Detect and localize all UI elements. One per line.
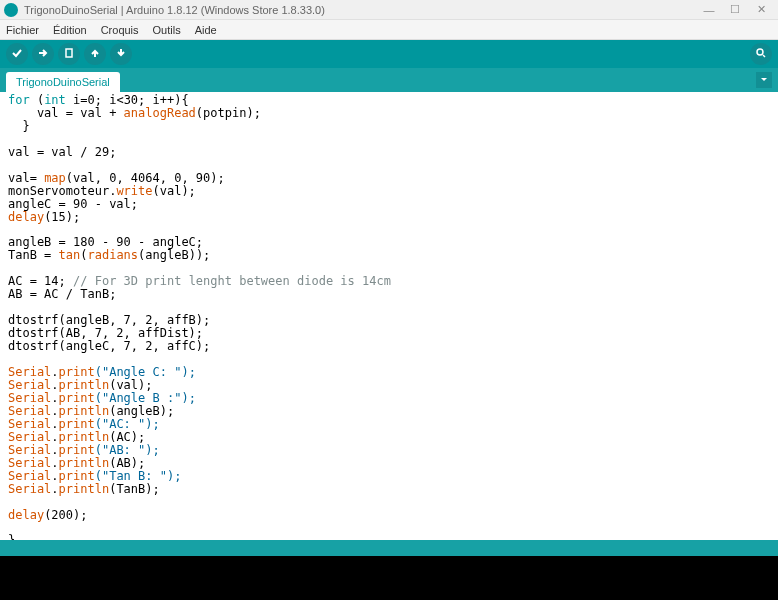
code-token: (200); (44, 508, 87, 522)
code-token: ( (30, 93, 44, 107)
serial-monitor-button[interactable] (750, 43, 772, 65)
code-token: ("AC: "); (95, 417, 160, 431)
code-token: Serial (8, 443, 51, 457)
code-token: } (8, 533, 15, 540)
arduino-logo-icon (4, 3, 18, 17)
code-token: analogRead (124, 106, 196, 120)
code-token: print (59, 443, 95, 457)
code-token: print (59, 391, 95, 405)
code-token: dtostrf(angleC, 7, 2, affC); (8, 339, 210, 353)
window-titlebar: TrigonoDuinoSerial | Arduino 1.8.12 (Win… (0, 0, 778, 20)
code-token: (angleB)); (138, 248, 210, 262)
code-token: println (59, 378, 110, 392)
code-token: write (116, 184, 152, 198)
upload-button[interactable] (32, 43, 54, 65)
arrow-right-icon (37, 47, 49, 62)
maximize-button[interactable]: ☐ (722, 1, 748, 19)
menu-help[interactable]: Aide (195, 24, 217, 36)
code-token: Serial (8, 456, 51, 470)
code-token: AB = AC / TanB; (8, 287, 116, 301)
code-token: radians (88, 248, 139, 262)
menu-file[interactable]: Fichier (6, 24, 39, 36)
code-token: (val); (109, 378, 152, 392)
tab-bar: TrigonoDuinoSerial (0, 68, 778, 92)
code-token: print (59, 365, 95, 379)
code-token: Serial (8, 365, 51, 379)
menu-tools[interactable]: Outils (153, 24, 181, 36)
code-token: for (8, 93, 30, 107)
code-token: Serial (8, 404, 51, 418)
code-token: dtostrf(AB, 7, 2, affDist); (8, 326, 203, 340)
menu-edit[interactable]: Édition (53, 24, 87, 36)
status-bar (0, 540, 778, 556)
code-token: ("Tan B: "); (95, 469, 182, 483)
check-icon (11, 47, 23, 62)
code-token: (val); (153, 184, 196, 198)
code-token: tan (59, 248, 81, 262)
code-token: Serial (8, 430, 51, 444)
code-token: val= (8, 171, 44, 185)
code-token: (TanB); (109, 482, 160, 496)
console-output[interactable] (0, 556, 778, 600)
code-token: ("AB: "); (95, 443, 160, 457)
code-token: Serial (8, 469, 51, 483)
code-token: (AC); (109, 430, 145, 444)
code-token: i=0; i<30; i++){ (66, 93, 189, 107)
code-token: angleB = 180 - 90 - angleC; (8, 235, 203, 249)
code-token: map (44, 171, 66, 185)
new-button[interactable] (58, 43, 80, 65)
chevron-down-icon (760, 73, 768, 87)
code-token: val = val + (8, 106, 124, 120)
svg-point-1 (757, 49, 763, 55)
code-token: println (59, 404, 110, 418)
code-token: println (59, 430, 110, 444)
code-token: (AB); (109, 456, 145, 470)
arrow-down-icon (115, 47, 127, 62)
code-token: ( (80, 248, 87, 262)
code-token: ("Angle C: "); (95, 365, 196, 379)
code-token: Serial (8, 417, 51, 431)
code-token: println (59, 482, 110, 496)
code-token: ("Angle B :"); (95, 391, 196, 405)
code-token: } (8, 119, 30, 133)
close-button[interactable]: ✕ (748, 1, 774, 19)
menu-sketch[interactable]: Croquis (101, 24, 139, 36)
code-comment: // For 3D print lenght between diode is … (73, 274, 391, 288)
code-token: angleC = 90 - val; (8, 197, 138, 211)
code-token: println (59, 456, 110, 470)
code-token: val = val / 29; (8, 145, 116, 159)
code-token: (potpin); (196, 106, 261, 120)
code-token: print (59, 469, 95, 483)
code-token: (val, 0, 4064, 0, 90); (66, 171, 225, 185)
save-button[interactable] (110, 43, 132, 65)
menu-bar: Fichier Édition Croquis Outils Aide (0, 20, 778, 40)
tab-menu-button[interactable] (756, 72, 772, 88)
code-editor[interactable]: for (int i=0; i<30; i++){ val = val + an… (0, 92, 778, 540)
code-token: dtostrf(angleB, 7, 2, affB); (8, 313, 210, 327)
minimize-button[interactable]: — (696, 1, 722, 19)
new-file-icon (63, 47, 75, 62)
code-token: Serial (8, 378, 51, 392)
code-token: (15); (44, 210, 80, 224)
tab-sketch[interactable]: TrigonoDuinoSerial (6, 72, 120, 92)
code-token: TanB = (8, 248, 59, 262)
code-token: Serial (8, 482, 51, 496)
code-token: monServomoteur. (8, 184, 116, 198)
arrow-up-icon (89, 47, 101, 62)
code-token: print (59, 417, 95, 431)
code-token: AC = 14; (8, 274, 73, 288)
open-button[interactable] (84, 43, 106, 65)
verify-button[interactable] (6, 43, 28, 65)
code-token: (angleB); (109, 404, 174, 418)
code-token: int (44, 93, 66, 107)
code-token: Serial (8, 391, 51, 405)
toolbar (0, 40, 778, 68)
code-token: delay (8, 210, 44, 224)
svg-rect-0 (66, 49, 72, 57)
serial-monitor-icon (755, 47, 767, 62)
window-title: TrigonoDuinoSerial | Arduino 1.8.12 (Win… (24, 4, 696, 16)
code-token: delay (8, 508, 44, 522)
